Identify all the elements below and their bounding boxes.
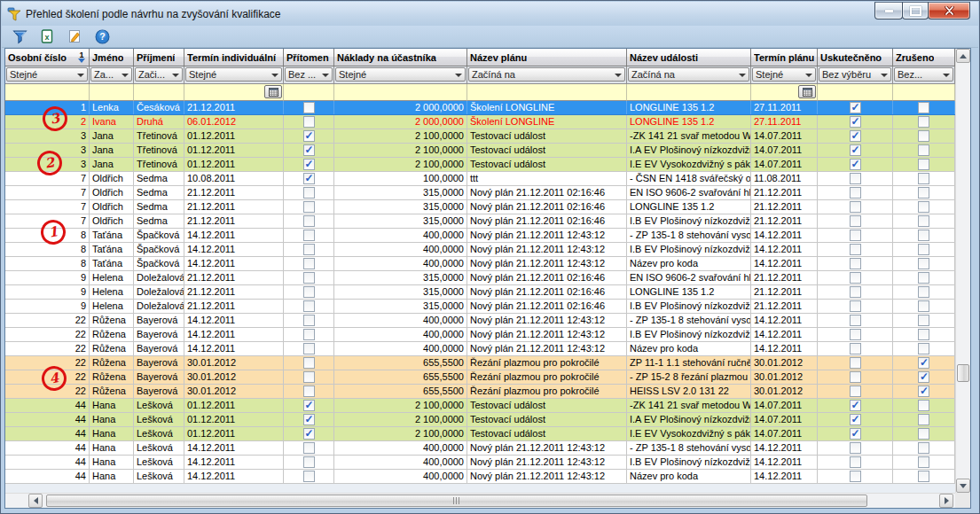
scroll-up-button[interactable] [956,49,970,63]
cell-osobni: 44 [5,456,90,469]
column-header-zruseno[interactable]: Zrušeno [893,49,955,66]
cell-termin_ind: 14.12.2011 [184,229,284,242]
cell-prijmeni: Lešková [134,427,184,440]
cell-nazev_planu: Nový plán 21.12.2011 02:16:46 [467,285,627,299]
column-header-nazev_planu[interactable]: Název plánu [467,49,627,66]
table-row[interactable]: 7OldřichSedma21.12.2011315,0000Nový plán… [5,186,955,200]
table-row[interactable]: 44HanaLešková01.12.20112 100,0000Testova… [5,427,955,441]
column-header-naklady[interactable]: Náklady na účastníka [334,49,467,66]
title-bar[interactable]: Přehled školení podle návrhu na zvyšován… [2,2,978,26]
filter-operator-label: Začíná na [631,69,675,80]
calendar-button-termin_ind[interactable] [264,85,282,98]
column-header-pritomen[interactable]: Přítomen [284,49,334,66]
cell-jmeno: Jana [90,129,134,143]
table-row[interactable]: 22RůženaBayerová14.12.2011400,0000Nový p… [5,328,955,342]
table-row[interactable]: 8TaťánaŠpačková14.12.2011400,0000Nový pl… [5,243,955,257]
table-row[interactable]: 9HelenaDoležalová21.12.2011315,0000Nový … [5,285,955,300]
filter-input-termin_planu[interactable] [751,84,818,101]
table-row[interactable]: 22RůženaBayerová30.01.2012655,5500Řezání… [5,385,955,399]
table-row[interactable]: 9HelenaDoležalová21.12.2011315,0000Nový … [5,300,955,314]
filter-input-prijmeni[interactable] [134,84,184,101]
table-row[interactable]: 3JanaTřetinová01.12.20112 100,0000Testov… [5,129,955,144]
filter-input-zruseno[interactable] [893,84,955,101]
dropdown-arrow-icon [805,74,812,77]
filter-operator-dropdown-jmeno[interactable]: Za... [90,67,132,82]
cell-nazev_udalosti: I.E EV Vysokozdvižný s pákový [627,158,751,171]
cell-osobni: 7 [5,172,90,185]
column-header-jmeno[interactable]: Jméno [90,49,134,66]
cell-uskutecneno [818,214,893,228]
cell-uskutecneno [818,101,893,114]
table-row[interactable]: 7OldřichSedma10.08.2011100,0000ttt- ČSN … [5,172,955,186]
table-row[interactable]: 44HanaLešková14.12.2011400,0000Nový plán… [5,441,955,456]
cell-termin_ind: 14.12.2011 [184,456,284,469]
vertical-scroll-thumb[interactable] [957,364,969,382]
filter-operator-dropdown-termin_planu[interactable]: Stejné [752,67,816,82]
vertical-scrollbar[interactable] [955,49,970,493]
column-header-prijmeni[interactable]: Příjmení [134,49,184,66]
filter-operator-dropdown-uskutecneno[interactable]: Bez výběru [819,67,891,82]
filter-input-nazev_planu[interactable] [467,84,627,101]
excel-export-button[interactable]: x [36,27,58,46]
column-header-uskutecneno[interactable]: Uskutečněno [818,49,893,66]
table-row[interactable]: 8TaťánaŠpačková14.12.2011400,0000Nový pl… [5,229,955,243]
table-row[interactable]: 22RůženaBayerová30.01.2012655,5500Řezání… [5,356,955,370]
cell-termin_planu: 14.12.2011 [751,470,818,483]
filter-operator-dropdown-naklady[interactable]: Stejné [335,67,466,82]
filter-input-termin_ind[interactable] [184,84,284,101]
filter-operator-dropdown-prijmeni[interactable]: Zači... [135,67,183,82]
scroll-down-button[interactable] [956,479,970,493]
table-row[interactable]: 3JanaTřetinová01.12.20112 100,0000Testov… [5,158,955,172]
horizontal-scrollbar[interactable] [5,493,955,508]
cell-termin_planu: 14.12.2011 [751,441,818,455]
close-button[interactable] [928,2,970,19]
column-header-termin_ind[interactable]: Termín individuální [184,49,284,66]
scroll-left-button[interactable] [28,494,43,508]
help-button[interactable]: ? [91,27,113,46]
column-header-termin_planu[interactable]: Termín plánu [751,49,818,66]
maximize-button[interactable] [902,2,929,19]
filter-input-pritomen[interactable] [284,84,334,101]
filter-input-naklady[interactable] [334,84,467,101]
table-row[interactable]: 22RůženaBayerová30.01.2012655,5500Řezání… [5,370,955,385]
table-row[interactable]: 44HanaLešková14.12.2011400,0000Nový plán… [5,470,955,484]
edit-button[interactable] [64,27,85,46]
cell-zruseno [893,370,955,384]
filter-input-jmeno[interactable] [90,84,134,101]
minimize-button[interactable] [874,2,903,19]
table-row[interactable]: 8TaťánaŠpačková14.12.2011400,0000Nový pl… [5,257,955,271]
filter-operator-dropdown-osobni[interactable]: Stejné [6,67,88,82]
filter-operator-dropdown-nazev_udalosti[interactable]: Začíná na [628,67,749,82]
filter-button[interactable] [9,27,30,46]
cell-pritomen [284,129,334,143]
filter-input-nazev_udalosti[interactable] [627,84,751,101]
unchecked-checkbox-icon [850,471,861,482]
table-row[interactable]: 44HanaLešková01.12.20112 100,0000Testova… [5,413,955,427]
filter-operator-dropdown-pritomen[interactable]: Bez ... [285,67,333,82]
table-row[interactable]: 44HanaLešková01.12.20112 100,0000Testova… [5,399,955,413]
table-row[interactable]: 9HelenaDoležalová21.12.2011315,0000Nový … [5,271,955,285]
cell-nazev_udalosti: LONGLINE 135 1.2 [627,115,751,128]
filter-input-uskutecneno[interactable] [818,84,893,101]
table-row[interactable]: 3JanaTřetinová01.12.20112 100,0000Testov… [5,144,955,158]
column-header-nazev_udalosti[interactable]: Název události [627,49,751,66]
cell-nazev_planu: Nový plán 21.12.2011 12:43:12 [467,342,627,355]
table-row[interactable]: 1LenkaČesáková21.12.20112 000,0000Školen… [5,101,955,115]
filter-operator-dropdown-termin_ind[interactable]: Stejné [185,67,282,82]
horizontal-scroll-thumb[interactable] [46,495,867,507]
filter-operator-dropdown-nazev_planu[interactable]: Začíná na [468,67,625,82]
cell-jmeno: Taťána [90,229,134,242]
unchecked-checkbox-icon [850,386,861,397]
table-row[interactable]: 44HanaLešková14.12.2011400,0000Nový plán… [5,456,955,470]
filter-operator-label: Za... [94,69,114,80]
column-header-osobni[interactable]: Osobní číslo1 [5,49,90,66]
table-row[interactable]: 7OldřichSedma21.12.2011315,0000Nový plán… [5,214,955,229]
filter-input-osobni[interactable] [5,84,90,101]
table-row[interactable]: 7OldřichSedma21.12.2011315,0000Nový plán… [5,200,955,214]
scroll-right-button[interactable] [939,494,953,508]
table-row[interactable]: 22RůženaBayerová14.12.2011400,0000Nový p… [5,314,955,328]
calendar-button-termin_planu[interactable] [798,85,816,98]
filter-operator-dropdown-zruseno[interactable]: Bez... [894,67,953,82]
table-row[interactable]: 22RůženaBayerová14.12.2011400,0000Nový p… [5,342,955,356]
table-row[interactable]: 2IvanaDruhá06.01.20122 000,0000Školení L… [5,115,955,129]
